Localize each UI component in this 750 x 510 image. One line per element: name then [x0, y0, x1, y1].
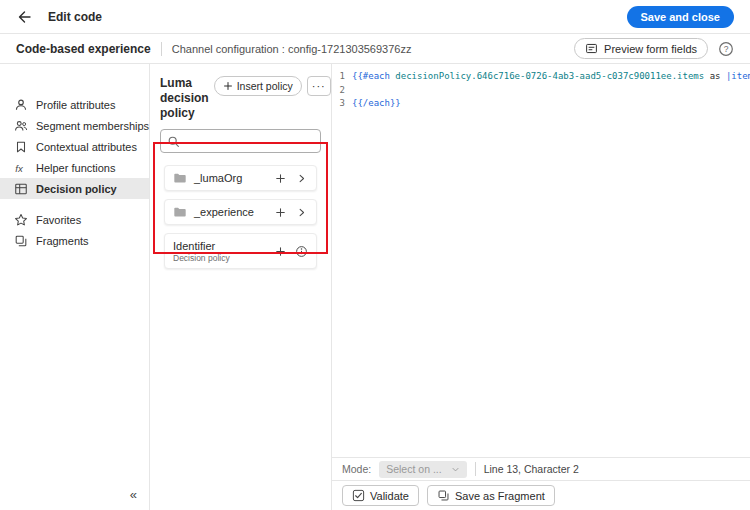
more-dots-icon: ··· [312, 80, 326, 92]
people-icon [14, 119, 28, 133]
sidebar-item-label: Decision policy [36, 183, 117, 195]
star-icon [14, 213, 28, 227]
line-number: 1 [332, 70, 352, 84]
fragment-icon [14, 234, 28, 248]
add-icon[interactable] [273, 171, 287, 185]
policy-search [160, 129, 321, 153]
sidebar-item-label: Fragments [36, 235, 89, 247]
code-token: decisionPolicy.646c716e-0726-4ab3-aad5-c… [395, 71, 704, 81]
info-icon[interactable] [294, 244, 308, 258]
editor-action-bar: Validate Save as Fragment [332, 480, 750, 510]
preview-form-fields-button[interactable]: Preview form fields [574, 38, 708, 59]
page-title: Edit code [48, 10, 102, 24]
preview-button-label: Preview form fields [604, 43, 697, 55]
code-area[interactable]: 1 {{#each decisionPolicy.646c716e-0726-4… [332, 64, 750, 457]
chevron-right-icon[interactable] [294, 171, 308, 185]
code-editor-panel: 1 {{#each decisionPolicy.646c716e-0726-4… [332, 64, 750, 510]
insert-policy-button[interactable]: Insert policy [214, 76, 302, 96]
mode-select-value: Select on ... [386, 463, 441, 475]
folder-name: _experience [194, 206, 254, 218]
person-icon [14, 98, 28, 112]
validate-label: Validate [370, 490, 409, 502]
fx-icon: fx [14, 161, 28, 175]
fragment-save-icon [437, 489, 450, 502]
code-token: |item| [726, 71, 750, 81]
validate-check-icon [352, 489, 365, 502]
sidebar-item-profile-attributes[interactable]: Profile attributes [0, 94, 149, 115]
mode-select[interactable]: Select on ... [379, 461, 466, 478]
policy-folder-experience[interactable]: _experience [164, 199, 317, 225]
experience-title: Code-based experience [16, 42, 151, 56]
help-button[interactable]: ? [718, 41, 734, 57]
save-as-fragment-label: Save as Fragment [455, 490, 545, 502]
editor-status-bar: Mode: Select on ... Line 13, Character 2 [332, 457, 750, 480]
sidebar-item-label: Helper functions [36, 162, 116, 174]
back-button[interactable] [16, 9, 32, 25]
folder-icon [173, 205, 187, 219]
collapse-sidebar-button[interactable]: « [130, 487, 137, 502]
plus-icon [223, 81, 233, 91]
sidebar-item-decision-policy[interactable]: Decision policy [0, 178, 149, 199]
code-line-2: 2 [332, 84, 750, 98]
divider [475, 462, 476, 476]
divider [161, 42, 162, 56]
bookmark-icon [14, 140, 28, 154]
sidebar-item-segment-memberships[interactable]: Segment memberships [0, 115, 149, 136]
policy-panel-title: Luma decision policy [160, 76, 209, 121]
question-mark-icon: ? [724, 44, 729, 54]
sidebar-item-label: Favorites [36, 214, 81, 226]
code-token: as [704, 71, 726, 81]
cursor-position-label: Line 13, Character 2 [484, 463, 579, 475]
line-number: 2 [332, 84, 352, 98]
top-bar: Edit code Save and close [0, 0, 750, 34]
grid-icon [14, 182, 28, 196]
add-icon[interactable] [273, 244, 287, 258]
folder-icon [173, 171, 187, 185]
sidebar-item-contextual-attributes[interactable]: Contextual attributes [0, 136, 149, 157]
chevron-down-icon [451, 465, 460, 474]
save-and-close-button[interactable]: Save and close [627, 6, 735, 28]
chevron-right-icon[interactable] [294, 205, 308, 219]
more-actions-button[interactable]: ··· [307, 76, 331, 96]
policy-item-identifier[interactable]: Identifier Decision policy [164, 233, 317, 269]
sidebar-item-favorites[interactable]: Favorites [0, 209, 149, 230]
sub-header: Code-based experience Channel configurat… [0, 34, 750, 64]
sidebar-item-label: Segment memberships [36, 120, 149, 132]
folder-name: _lumaOrg [194, 172, 242, 184]
code-token: {{/each}} [352, 98, 401, 108]
code-token: {{#each [352, 71, 395, 81]
policy-item-name: Identifier [173, 240, 266, 252]
add-icon[interactable] [273, 205, 287, 219]
search-icon [167, 135, 180, 148]
svg-text:fx: fx [15, 162, 24, 173]
sidebar-item-label: Contextual attributes [36, 141, 137, 153]
mode-label: Mode: [342, 463, 371, 475]
policy-item-list: _lumaOrg _experience [160, 165, 321, 269]
sidebar-item-fragments[interactable]: Fragments [0, 230, 149, 251]
insert-policy-label: Insert policy [237, 80, 293, 92]
attributes-sidebar: Profile attributes Segment memberships C… [0, 64, 150, 510]
policy-folder-lumaorg[interactable]: _lumaOrg [164, 165, 317, 191]
form-fields-icon [585, 42, 598, 55]
code-line-1: 1 {{#each decisionPolicy.646c716e-0726-4… [332, 70, 750, 84]
channel-configuration-label: Channel configuration : config-172130356… [172, 43, 412, 55]
back-arrow-icon [16, 9, 32, 25]
sidebar-item-helper-functions[interactable]: fx Helper functions [0, 157, 149, 178]
line-number: 3 [332, 97, 352, 111]
main-area: Profile attributes Segment memberships C… [0, 64, 750, 510]
policy-item-subtitle: Decision policy [173, 253, 266, 263]
save-as-fragment-button[interactable]: Save as Fragment [427, 485, 555, 506]
search-input[interactable] [185, 135, 314, 147]
decision-policy-panel: Luma decision policy Insert policy ··· [150, 64, 332, 510]
validate-button[interactable]: Validate [342, 485, 419, 506]
edit-code-window: Edit code Save and close Code-based expe… [0, 0, 750, 510]
sidebar-item-label: Profile attributes [36, 99, 115, 111]
sidebar-group-divider [0, 199, 149, 209]
code-line-3: 3 {{/each}} [332, 97, 750, 111]
